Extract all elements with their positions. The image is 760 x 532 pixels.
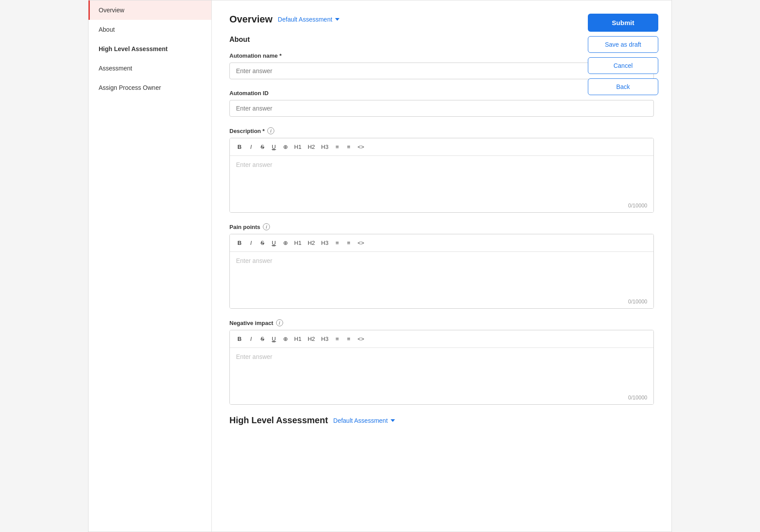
cancel-button[interactable]: Cancel (588, 57, 658, 74)
description-field: Description * i B I S̶ U̲ ⊕ H1 H2 H3 ≡ ≡… (229, 127, 654, 213)
pain-points-editor: B I S̶ U̲ ⊕ H1 H2 H3 ≡ ≡ <> Enter answer… (229, 234, 654, 309)
toolbar-italic[interactable]: I (246, 142, 256, 152)
negative-impact-placeholder: Enter answer (236, 353, 272, 360)
toolbar-link-2[interactable]: ⊕ (280, 238, 291, 248)
badge-label: Default Assessment (278, 16, 332, 23)
description-placeholder: Enter answer (236, 161, 272, 168)
toolbar-italic-2[interactable]: I (246, 238, 256, 248)
toolbar-h2-3[interactable]: H2 (305, 334, 318, 344)
high-level-section-header: High Level Assessment Default Assessment (229, 415, 654, 425)
negative-impact-toolbar: B I S̶ U̲ ⊕ H1 H2 H3 ≡ ≡ <> (230, 330, 653, 348)
chevron-down-icon (335, 18, 339, 21)
description-info-icon[interactable]: i (267, 127, 274, 134)
toolbar-underline-3[interactable]: U̲ (269, 334, 279, 344)
app-container: Overview About High Level Assessment Ass… (88, 0, 672, 532)
negative-impact-counter: 0/10000 (230, 392, 653, 404)
toolbar-strikethrough-2[interactable]: S̶ (257, 238, 268, 248)
description-toolbar: B I S̶ U̲ ⊕ H1 H2 H3 ≡ ≡ <> (230, 138, 653, 156)
negative-impact-info-icon[interactable]: i (276, 319, 283, 326)
sidebar-item-overview[interactable]: Overview (89, 0, 211, 20)
toolbar-h2[interactable]: H2 (305, 142, 318, 152)
automation-id-input[interactable] (229, 100, 654, 117)
toolbar-bold[interactable]: B (234, 142, 245, 152)
description-label: Description * i (229, 127, 654, 134)
toolbar-link-3[interactable]: ⊕ (280, 334, 291, 344)
toolbar-strikethrough-3[interactable]: S̶ (257, 334, 268, 344)
save-draft-button[interactable]: Save as draft (588, 36, 658, 53)
toolbar-bold-2[interactable]: B (234, 238, 245, 248)
toolbar-link[interactable]: ⊕ (280, 142, 291, 152)
sidebar-item-about[interactable]: About (89, 20, 211, 39)
main-content: Submit Save as draft Cancel Back Overvie… (212, 0, 671, 532)
pain-points-counter: 0/10000 (230, 296, 653, 308)
high-level-chevron-down-icon (391, 419, 395, 422)
page-title: Overview (229, 14, 273, 25)
description-editor-body[interactable]: Enter answer (230, 156, 653, 200)
pain-points-editor-body[interactable]: Enter answer (230, 252, 653, 296)
pain-points-placeholder: Enter answer (236, 257, 272, 264)
high-level-section-title: High Level Assessment (229, 415, 328, 425)
high-level-assessment-badge[interactable]: Default Assessment (333, 417, 395, 424)
description-counter: 0/10000 (230, 200, 653, 212)
toolbar-code[interactable]: <> (355, 142, 367, 152)
toolbar-h1-3[interactable]: H1 (291, 334, 304, 344)
pain-points-info-icon[interactable]: i (263, 223, 270, 230)
toolbar-underline[interactable]: U̲ (269, 142, 279, 152)
action-panel: Submit Save as draft Cancel Back (588, 14, 658, 95)
toolbar-h1[interactable]: H1 (291, 142, 304, 152)
negative-impact-field: Negative impact i B I S̶ U̲ ⊕ H1 H2 H3 ≡… (229, 319, 654, 405)
toolbar-ol-2[interactable]: ≡ (343, 238, 354, 248)
toolbar-underline-2[interactable]: U̲ (269, 238, 279, 248)
high-level-badge-label: Default Assessment (333, 417, 388, 424)
toolbar-h3-2[interactable]: H3 (318, 238, 331, 248)
sidebar-item-assign-process-owner[interactable]: Assign Process Owner (89, 78, 211, 97)
toolbar-ol-3[interactable]: ≡ (343, 334, 354, 344)
negative-impact-editor-body[interactable]: Enter answer (230, 348, 653, 392)
toolbar-code-3[interactable]: <> (355, 334, 367, 344)
submit-button[interactable]: Submit (588, 14, 658, 32)
sidebar-item-high-level-assessment[interactable]: High Level Assessment (89, 39, 211, 59)
negative-impact-label: Negative impact i (229, 319, 654, 326)
toolbar-h2-2[interactable]: H2 (305, 238, 318, 248)
toolbar-h3-3[interactable]: H3 (318, 334, 331, 344)
toolbar-ol[interactable]: ≡ (343, 142, 354, 152)
description-editor: B I S̶ U̲ ⊕ H1 H2 H3 ≡ ≡ <> Enter answer… (229, 138, 654, 213)
negative-impact-editor: B I S̶ U̲ ⊕ H1 H2 H3 ≡ ≡ <> Enter answer… (229, 330, 654, 405)
toolbar-h1-2[interactable]: H1 (291, 238, 304, 248)
assessment-badge[interactable]: Default Assessment (278, 16, 339, 23)
toolbar-code-2[interactable]: <> (355, 238, 367, 248)
sidebar: Overview About High Level Assessment Ass… (89, 0, 212, 532)
sidebar-item-assessment[interactable]: Assessment (89, 59, 211, 78)
pain-points-toolbar: B I S̶ U̲ ⊕ H1 H2 H3 ≡ ≡ <> (230, 234, 653, 252)
pain-points-field: Pain points i B I S̶ U̲ ⊕ H1 H2 H3 ≡ ≡ <… (229, 223, 654, 309)
toolbar-italic-3[interactable]: I (246, 334, 256, 344)
toolbar-ul-2[interactable]: ≡ (332, 238, 343, 248)
toolbar-h3[interactable]: H3 (318, 142, 331, 152)
back-button[interactable]: Back (588, 78, 658, 95)
toolbar-ul[interactable]: ≡ (332, 142, 343, 152)
toolbar-bold-3[interactable]: B (234, 334, 245, 344)
toolbar-strikethrough[interactable]: S̶ (257, 142, 268, 152)
toolbar-ul-3[interactable]: ≡ (332, 334, 343, 344)
pain-points-label: Pain points i (229, 223, 654, 230)
